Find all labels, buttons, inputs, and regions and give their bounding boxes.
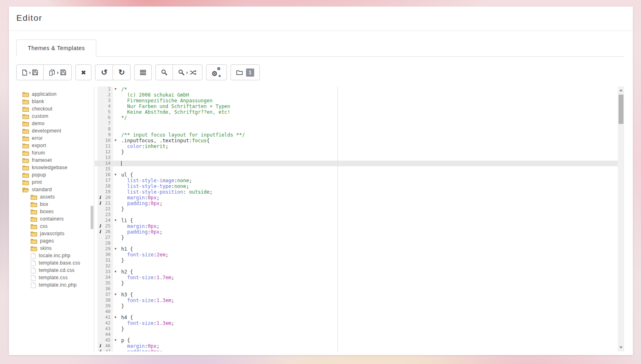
undo-button[interactable]: ↺	[95, 64, 113, 80]
fold-arrow-icon[interactable]: ▾	[113, 338, 118, 343]
code-line[interactable]: 1▾/*	[95, 86, 618, 92]
code-line[interactable]: 32	[95, 263, 618, 269]
tree-item-blank[interactable]: blank	[9, 98, 94, 105]
close-button[interactable]: ✖	[75, 64, 92, 80]
code-line[interactable]: 14	[95, 161, 618, 166]
code-line[interactable]: 9/** input focus layout for inputfields …	[95, 132, 618, 138]
tree-item-pages[interactable]: pages	[9, 237, 94, 245]
tree-item-javascripts[interactable]: javascripts	[9, 230, 94, 237]
tree-item-custom[interactable]: custom	[9, 113, 94, 120]
save-button[interactable]: ›	[16, 64, 44, 80]
code-line[interactable]: i25 margin:0px;	[95, 223, 618, 229]
code-line[interactable]: 30 font-size:2em;	[95, 252, 618, 258]
code-line[interactable]: 35}	[95, 280, 618, 286]
scroll-down-arrow-icon[interactable]	[619, 346, 623, 349]
reformat-button[interactable]	[134, 64, 152, 80]
editor-scrollbar[interactable]	[618, 86, 624, 351]
code-line[interactable]: 16▾ul {	[95, 172, 618, 178]
code-line[interactable]: 45▾p {	[95, 338, 618, 343]
code-line[interactable]: i26 padding:0px;	[95, 229, 618, 235]
code-line[interactable]: i20 margin:0px;	[95, 195, 618, 201]
tree-item-demo[interactable]: demo	[9, 120, 94, 127]
open-files-button[interactable]: 1	[231, 64, 260, 80]
tree-item-containers[interactable]: containers	[9, 215, 94, 223]
code-editor[interactable]: 1▾/*2 (c) 2008 schukai GmbH3 Firmenspezi…	[95, 86, 624, 351]
fold-arrow-icon[interactable]: ▾	[113, 315, 118, 320]
code-line[interactable]: 17 list-style-image:none;	[95, 178, 618, 183]
tree-item-assets[interactable]: assets	[9, 193, 94, 201]
code-line[interactable]: 24▾li {	[95, 218, 618, 223]
tree-item-checkout[interactable]: checkout	[9, 105, 94, 113]
code-line[interactable]: 6*/	[95, 115, 618, 121]
tree-item-frameset[interactable]: frameset	[9, 157, 94, 164]
fold-arrow-icon[interactable]: ▾	[113, 269, 118, 274]
tree-item-error[interactable]: error	[9, 135, 94, 142]
code-line[interactable]: 5 Keine Abst?nde, Schriftgr??en, etc!	[95, 109, 618, 115]
code-line[interactable]: 44	[95, 332, 618, 338]
fold-arrow-icon[interactable]: ▾	[113, 172, 118, 177]
fold-arrow-icon[interactable]: ▾	[113, 86, 118, 92]
code-line[interactable]: 41▾h4 {	[95, 315, 618, 320]
code-line[interactable]: 39}	[95, 303, 618, 309]
tree-item-skins[interactable]: skins	[9, 245, 94, 252]
tree-item-template-base-css[interactable]: template.base.css	[9, 259, 94, 267]
settings-button[interactable]: ⚙⚙⚙	[206, 64, 227, 80]
code-line[interactable]: 11 color:inherit;	[95, 143, 618, 149]
code-line[interactable]: 23	[95, 212, 618, 218]
code-line[interactable]: i46 margin:0px;	[95, 343, 618, 349]
fold-arrow-icon[interactable]: ▾	[113, 138, 118, 143]
code-line[interactable]: 18 list-style-type:none;	[95, 183, 618, 189]
tree-item-knowledgebase[interactable]: knowledgebase	[9, 164, 94, 171]
code-line[interactable]: 31}	[95, 258, 618, 263]
tree-item-boxes[interactable]: boxes	[9, 208, 94, 215]
tree-item-print[interactable]: print	[9, 179, 94, 186]
code-line[interactable]: 2 (c) 2008 schukai GmbH	[95, 92, 618, 98]
tree-item-application[interactable]: application	[9, 90, 94, 98]
fold-arrow-icon[interactable]: ▾	[113, 292, 118, 297]
code-line[interactable]: 29▾h1 {	[95, 246, 618, 252]
code-line[interactable]: 36	[95, 286, 618, 292]
code-line[interactable]: 22}	[95, 206, 618, 212]
tree-item-popup[interactable]: popup	[9, 171, 94, 179]
tree-item-template-cd-css[interactable]: template.cd.css	[9, 267, 94, 274]
tree-item-locale-inc-php[interactable]: locale.inc.php	[9, 252, 94, 259]
code-line[interactable]: 33▾h2 {	[95, 269, 618, 275]
code-line[interactable]: 42 font-size:1.3em;	[95, 320, 618, 326]
code-line[interactable]: 7	[95, 121, 618, 126]
fold-arrow-icon[interactable]: ▾	[113, 246, 118, 251]
code-line[interactable]: 10▾.inputfocus, .textinput:focus{	[95, 138, 618, 143]
tree-item-template-inc-php[interactable]: template.inc.php	[9, 281, 94, 289]
code-line[interactable]: 27}	[95, 235, 618, 240]
code-line[interactable]: 40	[95, 309, 618, 315]
code-line[interactable]: 37▾h3 {	[95, 292, 618, 298]
tree-item-development[interactable]: development	[9, 127, 94, 135]
search-replace-button[interactable]: ›	[173, 64, 202, 80]
code-line[interactable]: 19 list-style-position: outside;	[95, 189, 618, 195]
code-line[interactable]: i47 padding:0px;	[95, 349, 618, 351]
redo-button[interactable]: ↻	[113, 64, 131, 80]
code-line[interactable]: 3 Firmenspezifische Anpassungen	[95, 98, 618, 104]
code-line[interactable]: 4 Nur Farben und Schriftarten + Typen	[95, 104, 618, 109]
code-line[interactable]: 12}	[95, 149, 618, 155]
code-line[interactable]: 38 font-size:1.3em;	[95, 298, 618, 303]
tree-item-box[interactable]: box	[9, 201, 94, 208]
code-line[interactable]: 28	[95, 240, 618, 246]
code-line[interactable]: 8	[95, 126, 618, 132]
splitter-handle[interactable]	[91, 206, 93, 229]
tree-item-css[interactable]: css	[9, 223, 94, 230]
code-line[interactable]: 43}	[95, 326, 618, 332]
fold-arrow-icon[interactable]: ▾	[113, 218, 118, 223]
tab-themes-templates[interactable]: Themes & Templates	[16, 40, 96, 57]
tree-item-export[interactable]: export	[9, 142, 94, 149]
code-line[interactable]: i21 padding:0px;	[95, 201, 618, 206]
code-line[interactable]: 34 font-size:1.7em;	[95, 275, 618, 280]
search-button[interactable]	[155, 64, 173, 80]
tree-item-standard[interactable]: standard	[9, 186, 94, 193]
code-line[interactable]: 15	[95, 166, 618, 172]
scroll-up-arrow-icon[interactable]	[619, 89, 623, 91]
save-all-button[interactable]: ›	[43, 64, 71, 80]
tree-item-template-css[interactable]: template.css	[9, 274, 94, 281]
tree-item-forum[interactable]: forum	[9, 149, 94, 157]
scrollbar-thumb[interactable]	[619, 95, 623, 124]
code-line[interactable]: 13	[95, 155, 618, 161]
